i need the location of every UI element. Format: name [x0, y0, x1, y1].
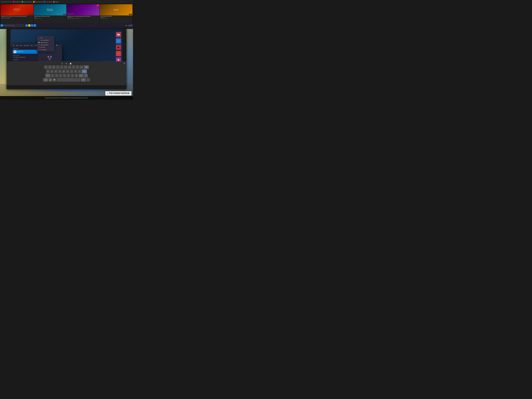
key-space[interactable]: [57, 78, 80, 82]
svg-line-8: [48, 57, 50, 60]
desktop-icon-4[interactable]: 📌: [116, 51, 121, 56]
yt-video-title-2: Tribes of Europe | Official Teaser | Net…: [34, 16, 66, 17]
key-right-arrow[interactable]: ›: [86, 78, 90, 82]
key-c[interactable]: c: [59, 74, 62, 77]
taskbar-time-monitor: 12:01 PM 12/21/2020: [128, 25, 133, 26]
yt-channel-name-2: Netflix ✔: [34, 17, 66, 18]
key-chevron-right[interactable]: ›: [84, 74, 88, 77]
yt-channel-5[interactable]: Gadgetin: [53, 1, 59, 3]
yt-video-card-1[interactable]: RESIDENT EVIL 2 & 3 GAME MOVIE 3:51:06 R…: [0, 4, 33, 24]
key-o[interactable]: 9o: [76, 65, 79, 69]
nav-documents[interactable]: Documents: [24, 45, 29, 46]
key-backspace[interactable]: ⌫: [84, 65, 89, 69]
start-result-snipping-tool[interactable]: Snipping Tool App: [13, 50, 38, 54]
key-l[interactable]: l: [78, 70, 81, 73]
key-z[interactable]: z: [51, 74, 54, 77]
key-b[interactable]: b: [67, 74, 70, 77]
key-y[interactable]: 6y: [64, 65, 67, 69]
keyboard-row-3: ⇧ z x c v b n m ⬆ ›: [8, 74, 125, 77]
keyboard-settings-icon[interactable]: ⚙: [66, 63, 67, 64]
key-d[interactable]: d: [54, 70, 57, 73]
key-e[interactable]: 3e: [52, 65, 56, 69]
keyboard-clipboard-icon[interactable]: 📋: [70, 63, 72, 64]
yt-video-card-4[interactable]: AMD LaptopGaming! 18:27 It's AMD Laptop …: [100, 4, 133, 24]
yt-channel-name-1: Gamer's Little Playground ✔: [1, 17, 33, 18]
key-f[interactable]: f: [58, 70, 62, 73]
yt-video-card-2[interactable]: OFFICIAL TEASER 1:50 Tribes of Europe | …: [34, 4, 66, 24]
key-shift-right[interactable]: ⬆: [79, 74, 84, 77]
context-open[interactable]: ▷ Open: [37, 37, 54, 39]
bottom-bar: Protected with trial version of Visual W…: [0, 96, 133, 100]
key-num-toggle[interactable]: &123: [43, 78, 48, 82]
watermark-brand: TECHNOVERSE: [109, 92, 130, 95]
yt-video-info-4: It's AMD Laptop Gaming Time!! ShortCircu…: [100, 15, 133, 19]
key-k[interactable]: k: [74, 70, 77, 73]
key-h[interactable]: h: [66, 70, 70, 73]
yt-meta-1: 214K views • 8 months ago: [1, 18, 33, 19]
taskbar-chrome-icon[interactable]: 🔵: [34, 24, 36, 27]
yt-thumb-3: LIVE [LIVE] Efek Covid-19...: [67, 4, 100, 15]
taskbar-store-icon[interactable]: 🛒: [31, 24, 33, 27]
key-j[interactable]: j: [70, 70, 73, 73]
taskbar-right-monitor: ENG 12:01 PM 12/21/2020: [125, 25, 133, 26]
key-n[interactable]: n: [71, 74, 74, 77]
shield-icon: 🛡: [38, 39, 40, 41]
key-s[interactable]: s: [50, 70, 54, 73]
key-q[interactable]: 1q: [44, 65, 48, 69]
taskbar-explorer-icon[interactable]: 📁: [28, 24, 31, 27]
yt-video-card-3[interactable]: LIVE [LIVE] Efek Covid-19... [LIVE] Efek…: [67, 4, 100, 24]
keyboard-mic-icon[interactable]: 🎙: [61, 63, 63, 64]
key-m[interactable]: m: [75, 74, 78, 77]
key-g[interactable]: g: [62, 70, 65, 73]
channel-avatar-5: [53, 1, 55, 3]
settings-icon-start[interactable]: ⋯: [60, 45, 61, 46]
hamburger-icon[interactable]: ☰: [13, 45, 14, 46]
search-web-item[interactable]: 🔍 Snipp - See web results ›: [13, 56, 38, 58]
key-u[interactable]: 7u: [68, 65, 71, 69]
desktop-icon-3[interactable]: ▶: [116, 44, 121, 50]
key-v[interactable]: v: [63, 74, 66, 77]
yt-channel-2[interactable]: Gamer's Little Play...: [21, 1, 32, 3]
key-t[interactable]: 5t: [60, 65, 63, 69]
start-button-monitor[interactable]: ⊞: [0, 24, 3, 27]
search-icon-start: 🔍: [56, 45, 58, 46]
context-pin-taskbar[interactable]: 📌 Pin to taskbar: [37, 48, 54, 51]
settings-item[interactable]: Settings (1): [13, 59, 38, 60]
key-w[interactable]: 2w: [48, 65, 52, 69]
key-enter[interactable]: ↵: [82, 70, 87, 73]
nav-apps[interactable]: Apps: [19, 45, 22, 46]
nav-web[interactable]: Web: [30, 45, 33, 46]
yt-thumb-1: RESIDENT EVIL 2 & 3 GAME MOVIE 3:51:06: [0, 4, 33, 15]
nav-all[interactable]: All: [16, 45, 18, 46]
context-open-location[interactable]: 📁 Open file location: [37, 41, 54, 44]
key-emoji[interactable]: 😊: [53, 78, 56, 82]
snipping-tool-name: Snipping Tool: [17, 51, 23, 52]
context-run-admin[interactable]: 🛡 Run as administrator: [37, 39, 54, 41]
snipping-tool-big-icon: [47, 55, 53, 62]
yt-channel-4[interactable]: Linus Tech Tips: [43, 1, 52, 3]
key-a[interactable]: a: [46, 70, 50, 73]
key-p[interactable]: 0p: [80, 65, 83, 69]
taskbar-edge-icon[interactable]: 🌐: [25, 24, 28, 27]
web-search-icon: 🔍: [14, 57, 15, 58]
keyboard-close-button[interactable]: ✕: [124, 62, 125, 64]
context-open-new-window[interactable]: 🗗 Open new window: [37, 44, 54, 46]
bottom-bar-text: Protected with trial version of Visual W…: [45, 97, 88, 99]
taskbar-search-monitor[interactable]: 🔍 Type here to search: [3, 24, 25, 27]
key-i[interactable]: 8i: [72, 65, 75, 69]
context-pin-start[interactable]: 📌 Pin to Start: [37, 46, 54, 48]
folder-icon: 📁: [38, 42, 40, 43]
yt-channel-1[interactable]: M8IceAndFire: [13, 1, 21, 3]
key-up-arrow[interactable]: ⬆: [81, 78, 86, 82]
key-r[interactable]: 4r: [56, 65, 59, 69]
key-x[interactable]: x: [55, 74, 58, 77]
desktop-icon-2[interactable]: 🌐: [116, 38, 121, 44]
key-ctrl[interactable]: Ctrl: [49, 78, 52, 82]
channel-avatar-1: [13, 1, 14, 3]
yt-channel-3[interactable]: Kisah Tanah Jawa: [33, 1, 43, 3]
yt-video-info-2: Tribes of Europe | Official Teaser | Net…: [34, 15, 66, 19]
key-shift-left[interactable]: ⇧: [45, 74, 51, 77]
snipping-tool-result-icon: [14, 51, 16, 53]
youtube-screen: SUBSCRIPTIONS M8IceAndFire Gamer's Littl…: [0, 0, 133, 28]
desktop-icon-1[interactable]: 📧: [116, 32, 121, 37]
